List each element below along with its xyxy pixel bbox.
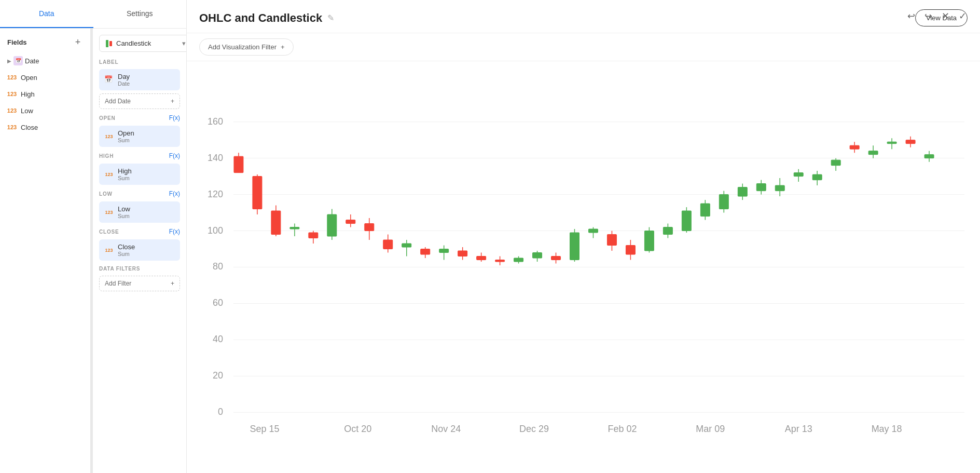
svg-rect-113	[812, 174, 822, 180]
field-high-label: High	[21, 90, 35, 98]
day-pill-text: Day Date	[118, 73, 130, 87]
section-high-header: HIGH F(x)	[99, 152, 180, 159]
field-item-low[interactable]: 123 Low	[0, 102, 90, 119]
svg-rect-29	[290, 227, 299, 229]
field-item-date[interactable]: ▶ 📅 Date	[0, 52, 90, 69]
open-pill[interactable]: 123 Open Sum	[99, 126, 180, 147]
high-pill-sub: Sum	[118, 175, 132, 181]
svg-text:0: 0	[218, 407, 223, 417]
high-pill-icon: 123	[104, 170, 114, 179]
svg-rect-71	[551, 256, 561, 260]
section-filters-header: DATA FILTERS	[99, 266, 180, 272]
confirm-button[interactable]: ✓	[958, 9, 968, 23]
viz-type-chevron: ▾	[182, 39, 186, 47]
low-pill-label: Low	[118, 205, 130, 213]
svg-rect-131	[924, 155, 934, 158]
add-filter-label: Add Filter	[105, 280, 131, 287]
svg-rect-56	[458, 251, 467, 256]
svg-rect-38	[346, 220, 355, 224]
close-pill-text: Close Sum	[118, 243, 135, 257]
open-pill-icon: 123	[104, 132, 114, 141]
svg-text:Dec 29: Dec 29	[519, 424, 549, 434]
svg-text:80: 80	[213, 261, 223, 272]
calendar-pill-icon: 📅	[104, 75, 114, 85]
add-filter-button[interactable]: Add Filter +	[99, 276, 180, 291]
redo-button[interactable]: ↪	[923, 9, 933, 23]
field-date-label: Date	[25, 57, 39, 65]
fields-sidebar: Fields + ▶ 📅 Date 123 Open 123 High 123	[0, 29, 91, 473]
svg-rect-65	[514, 258, 523, 262]
calendar-icon: 📅	[13, 56, 23, 65]
svg-rect-107	[775, 185, 784, 191]
low-fx-button[interactable]: F(x)	[169, 190, 180, 197]
close-pill[interactable]: 123 Close Sum	[99, 239, 180, 261]
svg-rect-32	[309, 233, 318, 238]
add-viz-filter-label: Add Visualization Filter	[208, 43, 277, 51]
add-date-label: Add Date	[105, 98, 131, 105]
svg-rect-53	[439, 249, 449, 253]
svg-rect-101	[738, 187, 747, 196]
field-item-high[interactable]: 123 High	[0, 86, 90, 102]
number-icon-high: 123	[7, 89, 17, 99]
svg-rect-122	[868, 151, 878, 155]
field-item-open[interactable]: 123 Open	[0, 69, 90, 86]
panel-content: Fields + ▶ 📅 Date 123 Open 123 High 123	[0, 29, 186, 473]
add-date-icon: +	[171, 98, 174, 105]
window-controls: ↩ ↪ ✕ ✓	[906, 9, 968, 23]
svg-text:May 18: May 18	[872, 424, 902, 434]
svg-text:Feb 02: Feb 02	[608, 424, 637, 434]
low-pill-icon: 123	[104, 208, 114, 217]
svg-rect-119	[850, 145, 859, 149]
field-open-label: Open	[21, 74, 37, 82]
svg-rect-95	[700, 204, 710, 216]
undo-button[interactable]: ↩	[906, 9, 916, 23]
svg-rect-104	[756, 184, 766, 191]
add-viz-filter-button[interactable]: Add Visualization Filter +	[199, 38, 294, 56]
svg-rect-116	[831, 160, 840, 165]
open-fx-button[interactable]: F(x)	[169, 114, 180, 121]
tab-data[interactable]: Data	[0, 0, 93, 28]
viz-bar-green	[106, 40, 108, 47]
number-icon-low: 123	[7, 106, 17, 115]
svg-rect-26	[271, 211, 281, 234]
svg-text:160: 160	[208, 116, 223, 127]
svg-rect-23	[253, 177, 262, 209]
svg-text:120: 120	[208, 189, 223, 199]
svg-rect-47	[402, 244, 411, 247]
svg-rect-50	[421, 249, 430, 254]
high-fx-button[interactable]: F(x)	[169, 152, 180, 159]
svg-text:Nov 24: Nov 24	[431, 424, 461, 434]
edit-title-icon[interactable]: ✎	[327, 13, 334, 23]
group-toggle-icon: ▶	[7, 58, 11, 64]
add-date-button[interactable]: Add Date +	[99, 93, 180, 109]
svg-text:Sep 15: Sep 15	[250, 424, 279, 434]
svg-text:Oct 20: Oct 20	[344, 424, 371, 434]
svg-rect-77	[588, 229, 598, 233]
high-pill[interactable]: 123 High Sum	[99, 164, 180, 185]
number-icon-open: 123	[7, 73, 17, 82]
open-pill-label: Open	[118, 129, 134, 137]
low-pill-sub: Sum	[118, 213, 130, 219]
tab-bar: Data Settings	[0, 0, 186, 29]
svg-rect-110	[794, 173, 803, 177]
candlestick-icon	[106, 40, 112, 47]
svg-rect-98	[719, 195, 728, 209]
svg-text:100: 100	[208, 225, 223, 236]
chart-area: .grid-line { stroke: #f0f0f0; stroke-wid…	[187, 61, 980, 473]
field-item-close[interactable]: 123 Close	[0, 119, 90, 136]
viz-bar-red	[109, 41, 112, 46]
low-section-title: LOW	[99, 191, 113, 197]
fields-header: Fields +	[0, 35, 90, 52]
close-section-title: CLOSE	[99, 229, 119, 235]
day-date-pill[interactable]: 📅 Day Date	[99, 69, 180, 90]
high-pill-label: High	[118, 167, 132, 175]
add-field-button[interactable]: +	[73, 37, 83, 47]
low-pill[interactable]: 123 Low Sum	[99, 201, 180, 223]
viz-type-button[interactable]: Candlestick ▾	[99, 35, 186, 52]
svg-text:40: 40	[213, 334, 223, 344]
chart-title-area: OHLC and Candlestick ✎	[199, 11, 334, 25]
tab-settings[interactable]: Settings	[93, 0, 187, 28]
close-fx-button[interactable]: F(x)	[169, 228, 180, 235]
close-button[interactable]: ✕	[941, 9, 950, 23]
section-open-header: OPEN F(x)	[99, 114, 180, 121]
